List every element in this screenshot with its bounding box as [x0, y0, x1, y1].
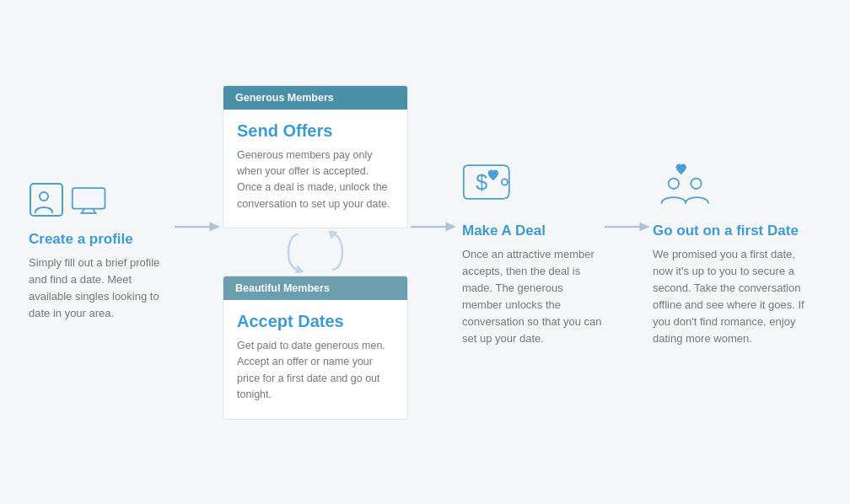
step-4-title: Go out on a first Date: [653, 223, 799, 239]
send-offers-desc: Generous members pay only when your offe…: [237, 147, 394, 213]
arrow-3-svg: [605, 217, 650, 237]
step-4-description: We promised you a first date, now it's u…: [653, 246, 813, 348]
arrow-2: [408, 217, 459, 287]
arrow-1: [172, 217, 223, 287]
step-1-icon-area: [29, 182, 108, 219]
svg-point-1: [40, 192, 48, 201]
svg-rect-2: [73, 188, 105, 209]
beautiful-card: Beautiful Members Accept Dates Get paid …: [223, 276, 408, 420]
svg-marker-11: [445, 223, 456, 232]
circular-arrows-svg: [282, 231, 349, 273]
person-icon: [29, 182, 66, 219]
beautiful-badge: Beautiful Members: [223, 276, 407, 300]
arrow-3: [602, 217, 653, 287]
generous-badge: Generous Members: [223, 86, 407, 110]
step-3-icon-area: $: [462, 157, 523, 211]
step-4-icon-area: [653, 157, 720, 211]
svg-point-17: [691, 178, 701, 188]
main-container: Create a profile Simply fill out a brief…: [12, 68, 838, 437]
step-1-title: Create a profile: [29, 231, 133, 248]
arrow-1-svg: [175, 217, 220, 237]
arrow-2-svg: [411, 217, 456, 237]
generous-card-body: Send Offers Generous members pay only wh…: [223, 110, 407, 228]
beautiful-card-body: Accept Dates Get paid to date generous m…: [223, 300, 407, 419]
send-offers-title: Send Offers: [237, 121, 394, 141]
accept-dates-title: Accept Dates: [237, 312, 394, 331]
step-1: Create a profile Simply fill out a brief…: [20, 182, 172, 323]
step-3-title: Make A Deal: [462, 223, 546, 239]
svg-marker-15: [639, 223, 650, 232]
step-1-description: Simply fill out a brief profile and find…: [29, 255, 172, 323]
couple-icon: [653, 157, 720, 207]
svg-marker-7: [209, 223, 220, 232]
circular-arrows: [223, 228, 408, 276]
step-3-description: Once an attractive member accepts, then …: [462, 246, 602, 348]
screen-icon: [71, 185, 108, 216]
step-2: Generous Members Send Offers Generous me…: [223, 85, 408, 420]
svg-text:$: $: [476, 170, 487, 194]
svg-point-16: [669, 178, 679, 188]
step-3: $ Make A Deal Once an attractive member …: [459, 157, 602, 348]
generous-card: Generous Members Send Offers Generous me…: [223, 85, 408, 229]
accept-dates-desc: Get paid to date generous men. Accept an…: [237, 338, 394, 404]
step-4: Go out on a first Date We promised you a…: [653, 157, 813, 348]
svg-point-12: [502, 179, 508, 185]
deal-icon: $: [462, 157, 523, 207]
